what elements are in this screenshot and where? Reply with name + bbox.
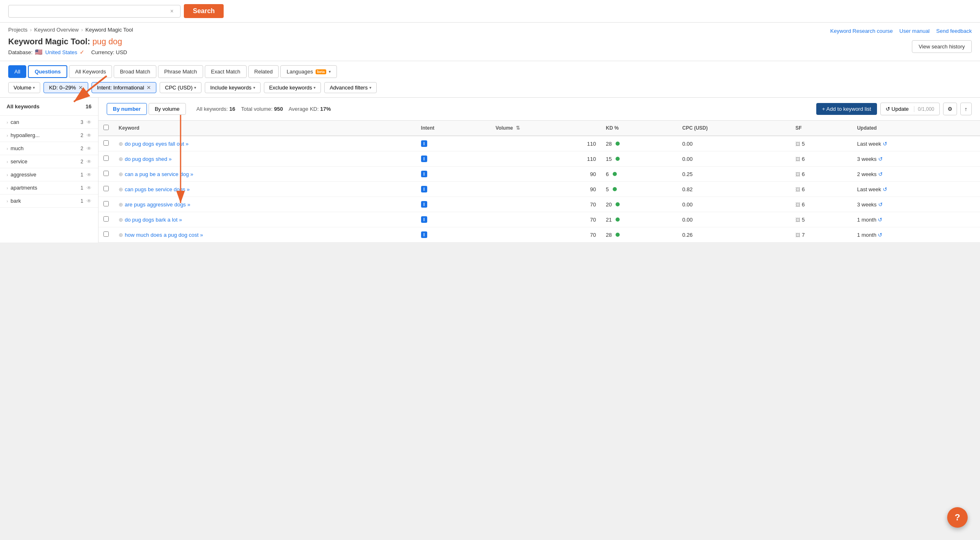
keyword-cell[interactable]: ⊕how much does a pug dog cost » bbox=[114, 227, 416, 243]
tab-all-keywords[interactable]: All Keywords bbox=[69, 65, 112, 78]
volume-cell: 70 bbox=[491, 212, 601, 227]
user-manual-link[interactable]: User manual bbox=[900, 28, 930, 34]
view-by-volume-btn[interactable]: By volume bbox=[149, 103, 186, 115]
filter-row: Volume ▾ KD: 0–29% ✕ Intent: Information… bbox=[8, 82, 972, 93]
cpc-cell: 0.82 bbox=[677, 182, 790, 197]
cpc-cell: 0.00 bbox=[677, 151, 790, 167]
db-label: Database: bbox=[8, 49, 32, 55]
sidebar-item-aggressive[interactable]: ›aggressive 1👁 bbox=[0, 168, 98, 181]
view-by-number-btn[interactable]: By number bbox=[107, 103, 147, 115]
volume-cell: 110 bbox=[491, 151, 601, 167]
keyword-cell[interactable]: ⊕do pug dogs eyes fall out » bbox=[114, 136, 416, 151]
sidebar-item-hypoallerg[interactable]: ›hypoallerg... 2👁 bbox=[0, 129, 98, 142]
keyword-cell[interactable]: ⊕do pug dogs shed » bbox=[114, 151, 416, 167]
sf-cell: 🖼 6 bbox=[790, 182, 852, 197]
tab-related[interactable]: Related bbox=[248, 65, 279, 78]
intent-badge: I bbox=[421, 156, 427, 162]
volume-cell: 70 bbox=[491, 197, 601, 212]
updated-cell: 1 month ↺ bbox=[852, 227, 980, 243]
lang-label: Languages bbox=[286, 69, 313, 75]
page-title: Keyword Magic Tool: pug dog bbox=[8, 37, 127, 46]
col-updated: Updated bbox=[852, 121, 980, 136]
table-row: ⊕do pug dogs shed » I 110 15 0.00 🖼 6 3 … bbox=[98, 151, 980, 167]
sidebar-item-apartments[interactable]: ›apartments 1👁 bbox=[0, 181, 98, 194]
search-input[interactable]: pug dog bbox=[13, 8, 170, 15]
intent-badge: I bbox=[421, 231, 427, 238]
col-keyword: Keyword bbox=[114, 121, 416, 136]
col-sf: SF bbox=[790, 121, 852, 136]
sf-cell: 🖼 5 bbox=[790, 136, 852, 151]
tab-languages[interactable]: Languages beta ▾ bbox=[280, 65, 337, 78]
kd-cell: 20 bbox=[601, 197, 677, 212]
filter-kd[interactable]: KD: 0–29% ✕ bbox=[44, 82, 88, 93]
updated-cell: Last week ↺ bbox=[852, 182, 980, 197]
row-checkbox[interactable] bbox=[103, 140, 109, 146]
add-to-list-button[interactable]: + Add to keyword list bbox=[816, 103, 877, 115]
tab-questions[interactable]: Questions bbox=[28, 65, 67, 78]
cpc-cell: 0.00 bbox=[677, 136, 790, 151]
filter-volume[interactable]: Volume ▾ bbox=[8, 82, 40, 93]
filter-exclude[interactable]: Exclude keywords ▾ bbox=[264, 82, 321, 93]
clear-icon[interactable]: × bbox=[170, 8, 174, 14]
table-row: ⊕are pugs aggressive dogs » I 70 20 0.00… bbox=[98, 197, 980, 212]
filter-include[interactable]: Include keywords ▾ bbox=[205, 82, 260, 93]
toolbar: All Questions All Keywords Broad Match P… bbox=[0, 61, 980, 98]
nav-links: Keyword Research course User manual Send… bbox=[830, 28, 972, 34]
tab-phrase-match[interactable]: Phrase Match bbox=[158, 65, 203, 78]
export-button[interactable]: ↑ bbox=[960, 103, 972, 115]
row-checkbox[interactable] bbox=[103, 171, 109, 176]
breadcrumb-projects[interactable]: Projects bbox=[8, 27, 27, 33]
intent-badge: I bbox=[421, 201, 427, 208]
filter-cpc[interactable]: CPC (USD) ▾ bbox=[160, 82, 201, 93]
action-buttons: + Add to keyword list ↺ Update 0/1,000 ⚙… bbox=[816, 103, 972, 115]
settings-button[interactable]: ⚙ bbox=[943, 103, 957, 115]
send-feedback-link[interactable]: Send feedback bbox=[936, 28, 972, 34]
sidebar-item-much[interactable]: ›much 2👁 bbox=[0, 142, 98, 155]
tab-broad-match[interactable]: Broad Match bbox=[114, 65, 156, 78]
row-checkbox[interactable] bbox=[103, 186, 109, 191]
sidebar-item-service[interactable]: ›service 2👁 bbox=[0, 155, 98, 168]
main-content: By number By volume All keywords: 16 Tot… bbox=[98, 98, 980, 243]
row-checkbox[interactable] bbox=[103, 216, 109, 222]
sidebar-item-bark[interactable]: ›bark 1👁 bbox=[0, 194, 98, 208]
intent-badge: I bbox=[421, 140, 427, 147]
sf-cell: 🖼 6 bbox=[790, 167, 852, 182]
volume-cell: 90 bbox=[491, 182, 601, 197]
keyword-cell[interactable]: ⊕do pug dogs bark a lot » bbox=[114, 212, 416, 227]
view-buttons: By number By volume bbox=[107, 103, 186, 115]
breadcrumb-overview[interactable]: Keyword Overview bbox=[34, 27, 78, 33]
select-all-checkbox[interactable] bbox=[103, 125, 109, 130]
stats-bar: By number By volume All keywords: 16 Tot… bbox=[98, 98, 980, 121]
keyword-cell[interactable]: ⊕are pugs aggressive dogs » bbox=[114, 197, 416, 212]
keyword-course-link[interactable]: Keyword Research course bbox=[830, 28, 893, 34]
row-checkbox[interactable] bbox=[103, 156, 109, 161]
volume-cell: 110 bbox=[491, 136, 601, 151]
row-checkbox[interactable] bbox=[103, 231, 109, 237]
intent-badge: I bbox=[421, 186, 427, 192]
kd-cell: 28 bbox=[601, 227, 677, 243]
updated-cell: 2 weeks ↺ bbox=[852, 167, 980, 182]
sf-cell: 🖼 6 bbox=[790, 151, 852, 167]
filter-advanced[interactable]: Advanced filters ▾ bbox=[324, 82, 377, 93]
table-row: ⊕can pugs be service dogs » I 90 5 0.82 … bbox=[98, 182, 980, 197]
tab-all[interactable]: All bbox=[8, 65, 26, 78]
filter-intent[interactable]: Intent: Informational ✕ bbox=[92, 82, 156, 93]
update-button[interactable]: ↺ Update 0/1,000 bbox=[880, 103, 940, 115]
keyword-cell[interactable]: ⊕can a pug be a service dog » bbox=[114, 167, 416, 182]
keywords-table: Keyword Intent Volume ⇅ KD % CPC (USD) S… bbox=[98, 121, 980, 243]
search-button[interactable]: Search bbox=[184, 4, 224, 18]
cpc-cell: 0.00 bbox=[677, 197, 790, 212]
row-checkbox[interactable] bbox=[103, 201, 109, 206]
keyword-cell[interactable]: ⊕can pugs be service dogs » bbox=[114, 182, 416, 197]
col-kd: KD % bbox=[601, 121, 677, 136]
table-row: ⊕can a pug be a service dog » I 90 6 0.2… bbox=[98, 167, 980, 182]
tab-exact-match[interactable]: Exact Match bbox=[205, 65, 247, 78]
col-cpc: CPC (USD) bbox=[677, 121, 790, 136]
db-country-link[interactable]: United States bbox=[45, 49, 77, 55]
intent-badge: I bbox=[421, 216, 427, 223]
sf-cell: 🖼 7 bbox=[790, 227, 852, 243]
col-volume[interactable]: Volume ⇅ bbox=[491, 121, 601, 136]
updated-cell: 3 weeks ↺ bbox=[852, 151, 980, 167]
sidebar-item-can[interactable]: ›can 3👁 bbox=[0, 116, 98, 129]
view-history-button[interactable]: View search history bbox=[912, 40, 972, 53]
